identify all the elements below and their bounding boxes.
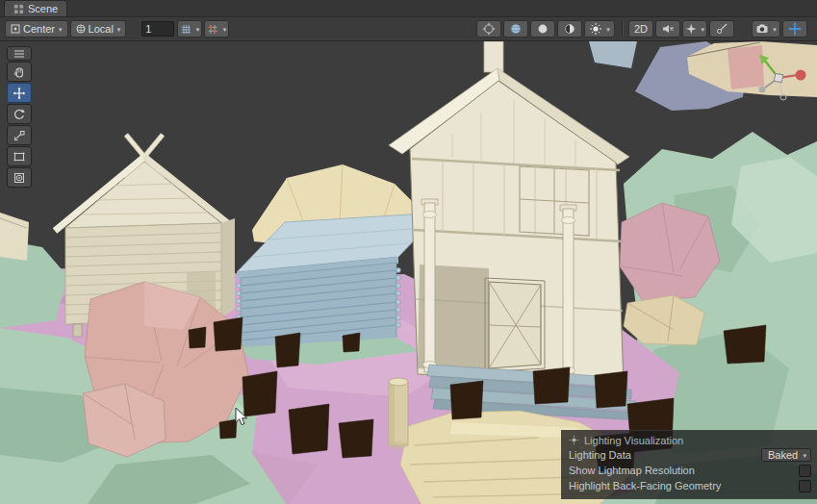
lighting-data-label: Lighting Data bbox=[569, 449, 631, 461]
tab-bar: Scene bbox=[0, 0, 817, 17]
grid-visibility-dropdown[interactable]: ▾ bbox=[177, 20, 202, 38]
highlight-backfacing-checkbox[interactable] bbox=[799, 480, 811, 492]
tool-scale-button[interactable] bbox=[7, 125, 32, 145]
snap-settings-dropdown[interactable]: ▾ bbox=[204, 20, 229, 38]
tab-label: Scene bbox=[28, 3, 58, 14]
effects-icon bbox=[685, 22, 697, 36]
crosshair-icon bbox=[482, 22, 496, 36]
skybox-icon bbox=[509, 22, 523, 36]
effects-dropdown[interactable]: ▾ bbox=[682, 20, 707, 38]
highlight-backfacing-row: Highlight Back-Facing Geometry bbox=[569, 478, 811, 493]
scene-tab-icon bbox=[13, 4, 24, 14]
tool-transform-button[interactable] bbox=[7, 167, 32, 188]
camera-dropdown[interactable]: ▾ bbox=[752, 20, 780, 38]
toggle-2d-button[interactable]: 2D bbox=[628, 20, 653, 38]
grid-visibility-icon bbox=[180, 23, 191, 36]
rect-tool-icon bbox=[13, 150, 26, 164]
fog-icon bbox=[536, 22, 549, 36]
scale-tool-icon bbox=[13, 129, 26, 142]
fog-toggle[interactable] bbox=[530, 20, 555, 38]
gizmos-icon bbox=[715, 22, 728, 36]
tool-menu-button[interactable] bbox=[7, 46, 32, 61]
move-tool-icon bbox=[13, 87, 26, 100]
scene-viewport[interactable]: Lighting Visualization Lighting Data Bak… bbox=[0, 41, 817, 504]
gizmos-toggle[interactable] bbox=[709, 20, 734, 38]
pivot-rotation-dropdown[interactable]: Local▾ bbox=[70, 20, 127, 38]
tool-rect-button[interactable] bbox=[7, 146, 32, 166]
scene-lighting-icon bbox=[589, 22, 602, 36]
toolbar-right-group: ▾ bbox=[752, 20, 809, 38]
unity-scene-window: Scene Center▾ Local▾ ▾ ▾ bbox=[0, 0, 817, 504]
highlight-backfacing-label: Highlight Back-Facing Geometry bbox=[569, 480, 721, 491]
scene-navigation-icon bbox=[788, 22, 802, 36]
transform-tool-icon bbox=[13, 171, 26, 185]
lighting-panel-title: Lighting Visualization bbox=[584, 435, 683, 446]
audio-mute-icon bbox=[661, 22, 675, 36]
lighting-data-dropdown[interactable]: Baked ▾ bbox=[761, 448, 811, 462]
show-lightmap-resolution-label: Show Lightmap Resolution bbox=[569, 465, 695, 476]
scene-orientation-gizmo[interactable] bbox=[748, 45, 809, 107]
skybox-toggle[interactable] bbox=[503, 20, 528, 38]
rotate-tool-icon bbox=[13, 108, 26, 121]
tab-scene[interactable]: Scene bbox=[4, 0, 67, 16]
scene-toolbar: Center▾ Local▾ ▾ ▾ bbox=[0, 17, 817, 41]
grid-size-field[interactable] bbox=[141, 21, 174, 37]
toolbar-separator bbox=[622, 21, 624, 37]
crosshair-toggle[interactable] bbox=[476, 20, 501, 38]
camera-icon bbox=[755, 22, 769, 36]
tool-hand-button[interactable] bbox=[7, 62, 32, 82]
hand-tool-icon bbox=[13, 65, 26, 79]
pivot-icon bbox=[11, 24, 20, 34]
flare-toggle[interactable] bbox=[557, 20, 582, 38]
snap-settings-icon bbox=[207, 23, 218, 36]
tool-column bbox=[7, 46, 32, 188]
tool-rotate-button[interactable] bbox=[7, 104, 32, 124]
flare-icon bbox=[563, 22, 576, 36]
menu-icon bbox=[13, 49, 26, 59]
audio-toggle[interactable] bbox=[655, 20, 680, 38]
pivot-mode-dropdown[interactable]: Center▾ bbox=[5, 20, 68, 38]
lighting-visualization-panel: Lighting Visualization Lighting Data Bak… bbox=[561, 430, 817, 499]
show-lightmap-resolution-row: Show Lightmap Resolution bbox=[569, 463, 811, 478]
toolbar-center-group: ▾ 2D ▾ bbox=[476, 20, 736, 38]
scene-lighting-dropdown[interactable]: ▾ bbox=[584, 20, 615, 38]
show-lightmap-resolution-checkbox[interactable] bbox=[799, 465, 811, 477]
lighting-panel-header: Lighting Visualization bbox=[569, 433, 811, 447]
lighting-data-row: Lighting Data Baked ▾ bbox=[569, 447, 811, 463]
globe-icon bbox=[76, 24, 86, 34]
tool-move-button[interactable] bbox=[7, 83, 32, 103]
scene-navigation-toggle[interactable] bbox=[782, 20, 807, 38]
wooden-post[interactable] bbox=[389, 378, 408, 449]
lighting-panel-icon bbox=[569, 435, 579, 445]
